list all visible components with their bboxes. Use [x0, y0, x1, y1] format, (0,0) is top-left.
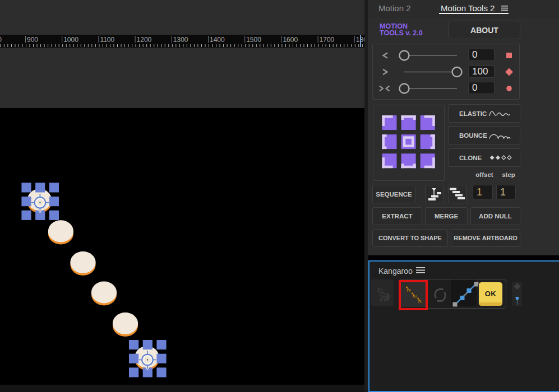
svg-text:1700: 1700 — [320, 36, 335, 44]
svg-text:1400: 1400 — [210, 36, 225, 44]
svg-text:900: 900 — [27, 36, 38, 44]
svg-text:1000: 1000 — [63, 36, 78, 44]
svg-text:800: 800 — [0, 36, 2, 44]
svg-text:1200: 1200 — [137, 36, 152, 44]
svg-text:1100: 1100 — [100, 36, 114, 44]
svg-text:1500: 1500 — [246, 36, 261, 44]
svg-text:1600: 1600 — [283, 36, 298, 44]
svg-text:1300: 1300 — [173, 36, 188, 44]
